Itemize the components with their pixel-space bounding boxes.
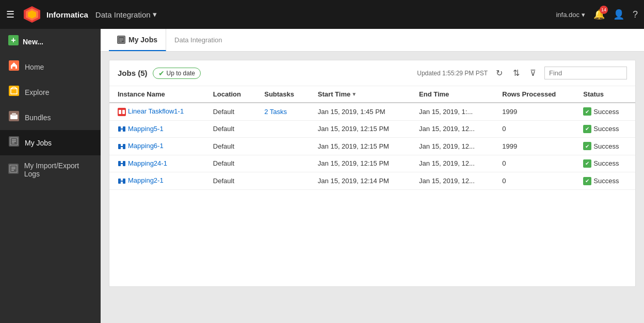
svg-rect-37 [118, 179, 121, 184]
app-module[interactable]: Data Integration ▾ [95, 10, 157, 19]
col-instance-name: Instance Name [109, 86, 205, 103]
jobs-title: Jobs (5) [118, 69, 148, 77]
table-row: Mapping24-1DefaultJan 15, 2019, 12:15 PM… [109, 155, 635, 172]
breadcrumb: Data Integration [166, 36, 231, 44]
col-end-time: End Time [411, 86, 494, 103]
status-check-icon: ✔ [583, 177, 591, 185]
cell-location: Default [205, 103, 256, 120]
cell-status: ✔ Success [575, 103, 635, 120]
cell-rows-processed: 0 [494, 172, 575, 190]
cell-start-time: Jan 15, 2019, 1:45 PM [310, 103, 411, 120]
subtasks-link[interactable]: 2 Tasks [264, 108, 287, 116]
cell-end-time: Jan 15, 2019, 1:... [411, 103, 494, 120]
bundles-icon [8, 111, 20, 124]
hamburger-icon[interactable]: ☰ [6, 9, 14, 20]
svg-rect-26 [119, 110, 121, 114]
explore-icon [8, 86, 20, 99]
my-jobs-icon [8, 136, 20, 149]
find-input[interactable] [544, 67, 627, 79]
col-subtasks: Subtasks [256, 86, 310, 103]
up-to-date-check-icon: ✔ [158, 69, 165, 77]
cell-start-time: Jan 15, 2019, 12:14 PM [310, 172, 411, 190]
cell-subtasks [256, 172, 310, 190]
sidebar-item-explore[interactable]: Explore [0, 79, 101, 105]
svg-rect-9 [12, 113, 16, 116]
table-row: Mapping2-1DefaultJan 15, 2019, 12:14 PMJ… [109, 172, 635, 190]
svg-text:+: + [11, 36, 15, 44]
filter-button[interactable]: ⊽ [528, 67, 538, 79]
up-to-date-label: Up to date [167, 70, 195, 77]
main-content: My Jobs Data Integration Jobs (5) ✔ Up t… [101, 29, 644, 323]
tab-my-jobs-label: My Jobs [128, 36, 157, 44]
sidebar-item-my-import-export-logs[interactable]: My Import/Export Logs [0, 155, 101, 184]
notifications-icon[interactable]: 🔔 14 [593, 9, 605, 20]
sidebar-item-home[interactable]: Home [0, 54, 101, 79]
mapping-icon [118, 142, 126, 151]
svg-rect-38 [123, 179, 125, 184]
app-name: Informatica [46, 10, 88, 19]
sort-button[interactable]: ⇅ [511, 67, 522, 79]
status-check-icon: ✔ [583, 142, 591, 150]
topnav: ☰ Informatica Data Integration ▾ infa.do… [0, 0, 644, 29]
updated-text: Updated 1:55:29 PM PST [417, 70, 488, 77]
sidebar-item-my-jobs[interactable]: My Jobs [0, 130, 101, 155]
status-success: ✔ Success [583, 142, 627, 150]
cell-instance-name: Linear Taskflow1-1 [109, 103, 205, 120]
cell-status: ✔ Success [575, 120, 635, 138]
svg-rect-31 [118, 144, 121, 149]
col-start-time[interactable]: Start Time ▼ [310, 86, 411, 103]
cell-subtasks: 2 Tasks [256, 103, 310, 120]
instance-name-link[interactable]: Mapping6-1 [128, 142, 164, 150]
cell-instance-name: Mapping2-1 [109, 172, 205, 190]
instance-name-link[interactable]: Linear Taskflow1-1 [128, 107, 184, 115]
cell-rows-processed: 1999 [494, 103, 575, 120]
cell-rows-processed: 1999 [494, 138, 575, 155]
up-to-date-badge: ✔ Up to date [153, 68, 201, 79]
cell-rows-processed: 0 [494, 120, 575, 138]
sidebar-item-new[interactable]: + New... [0, 29, 101, 54]
cell-instance-name: Mapping6-1 [109, 138, 205, 155]
cell-location: Default [205, 138, 256, 155]
cell-status: ✔ Success [575, 155, 635, 172]
cell-status: ✔ Success [575, 172, 635, 190]
user-info[interactable]: infa.doc ▾ [556, 11, 585, 19]
col-rows-processed: Rows Processed [494, 86, 575, 103]
logo-icon [23, 5, 41, 24]
col-status: Status [575, 86, 635, 103]
cell-subtasks [256, 155, 310, 172]
svg-rect-32 [123, 144, 125, 149]
mapping-icon [118, 125, 126, 133]
tab-my-jobs[interactable]: My Jobs [109, 29, 166, 51]
sidebar-item-bundles[interactable]: Bundles [0, 105, 101, 130]
notification-badge: 14 [600, 6, 608, 14]
status-label: Success [593, 108, 619, 116]
user-profile-icon[interactable]: 👤 [613, 9, 624, 20]
sidebar-new-label: New... [23, 38, 43, 46]
cell-location: Default [205, 172, 256, 190]
cell-start-time: Jan 15, 2019, 12:15 PM [310, 155, 411, 172]
svg-rect-27 [122, 110, 125, 114]
cell-location: Default [205, 155, 256, 172]
new-icon: + [8, 35, 19, 48]
table-row: Mapping6-1DefaultJan 15, 2019, 12:15 PMJ… [109, 138, 635, 155]
refresh-button[interactable]: ↻ [494, 67, 505, 79]
help-icon[interactable]: ? [633, 9, 638, 20]
sort-arrow-icon: ▼ [351, 91, 357, 97]
instance-name-link[interactable]: Mapping24-1 [128, 159, 167, 167]
tab-my-jobs-icon [117, 36, 125, 44]
sidebar-my-jobs-label: My Jobs [25, 139, 52, 147]
cell-end-time: Jan 15, 2019, 12... [411, 120, 494, 138]
jobs-panel: Jobs (5) ✔ Up to date Updated 1:55:29 PM… [109, 60, 636, 287]
cell-subtasks [256, 138, 310, 155]
jobs-header: Jobs (5) ✔ Up to date Updated 1:55:29 PM… [109, 60, 635, 86]
sidebar: + New... Home Explore [0, 29, 101, 323]
content-area: Jobs (5) ✔ Up to date Updated 1:55:29 PM… [101, 52, 644, 323]
table-row: Mapping5-1DefaultJan 15, 2019, 12:15 PMJ… [109, 120, 635, 138]
instance-name-link[interactable]: Mapping5-1 [128, 125, 164, 133]
table-row: Linear Taskflow1-1Default2 TasksJan 15, … [109, 103, 635, 120]
sidebar-home-label: Home [25, 63, 44, 71]
svg-rect-28 [118, 126, 121, 132]
status-check-icon: ✔ [583, 125, 591, 133]
status-check-icon: ✔ [583, 159, 591, 168]
instance-name-link[interactable]: Mapping2-1 [128, 176, 164, 184]
